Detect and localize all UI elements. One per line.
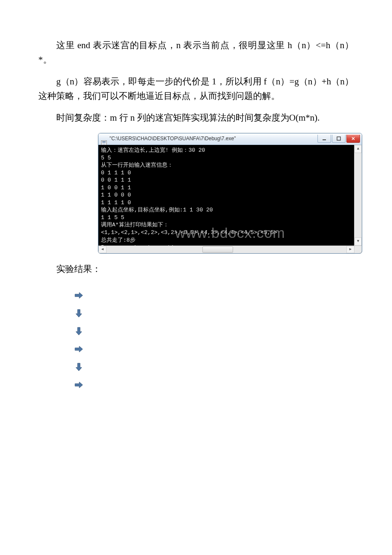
window-frame: "C:\USERS\CHAO\DESKTOP\SUANFA\7\Debug\7.… — [98, 133, 362, 254]
paragraph-3: 时间复杂度：m 行 n 列的迷宫矩阵实现算法的时间复杂度为O(m*n). — [38, 111, 354, 125]
arrow-down-icon — [72, 325, 85, 338]
console-window: "C:\USERS\CHAO\DESKTOP\SUANFA\7\Debug\7.… — [98, 133, 362, 254]
svg-rect-3 — [323, 139, 326, 140]
console-body[interactable]: 输入：迷宫左边长,上边宽! 例如：30 20 5 5 从下一行开始输入迷宫信息：… — [98, 145, 362, 253]
arrow-right-icon — [72, 289, 85, 302]
result-label: 实验结果： — [38, 262, 354, 277]
svg-rect-1 — [102, 142, 106, 142]
arrow-right-icon — [72, 379, 85, 391]
scroll-corner — [354, 246, 362, 253]
arrow-down-icon — [72, 307, 85, 320]
arrow-right-icon — [72, 343, 85, 356]
scroll-down-icon[interactable]: ▼ — [355, 237, 362, 246]
paragraph-2: g（n）容易表示，即每走一步的代价是 1，所以利用 f（n）=g（n）+h（n）… — [38, 75, 354, 103]
scroll-left-icon[interactable]: ◀ — [98, 246, 107, 253]
document-page: 这里 end 表示迷宫的目标点，n 表示当前点，很明显这里 h（n）<=h（n）… — [0, 0, 392, 555]
maximize-button[interactable] — [332, 135, 346, 143]
arrow-sequence — [72, 289, 354, 391]
paragraph-1: 这里 end 表示迷宫的目标点，n 表示当前点，很明显这里 h（n）<=h（n）… — [38, 38, 354, 67]
window-buttons — [317, 135, 360, 143]
scroll-thumb[interactable] — [202, 246, 233, 253]
scroll-right-icon[interactable]: ▶ — [346, 246, 355, 253]
minimize-button[interactable] — [317, 135, 331, 143]
window-title: "C:\USERS\CHAO\DESKTOP\SUANFA\7\Debug\7.… — [110, 135, 317, 143]
svg-rect-4 — [337, 137, 340, 140]
arrow-down-icon — [72, 361, 85, 373]
window-titlebar: "C:\USERS\CHAO\DESKTOP\SUANFA\7\Debug\7.… — [98, 133, 362, 145]
app-icon — [101, 136, 107, 142]
close-button[interactable] — [346, 135, 360, 143]
scroll-up-icon[interactable]: ▲ — [355, 145, 362, 153]
horizontal-scrollbar[interactable]: ◀ ▶ — [98, 246, 355, 253]
scroll-track[interactable] — [107, 246, 346, 253]
vertical-scrollbar[interactable]: ▲ ▼ — [354, 145, 362, 246]
console-body-wrap: 输入：迷宫左边长,上边宽! 例如：30 20 5 5 从下一行开始输入迷宫信息：… — [98, 145, 362, 253]
console-output: 输入：迷宫左边长,上边宽! 例如：30 20 5 5 从下一行开始输入迷宫信息：… — [101, 147, 359, 251]
